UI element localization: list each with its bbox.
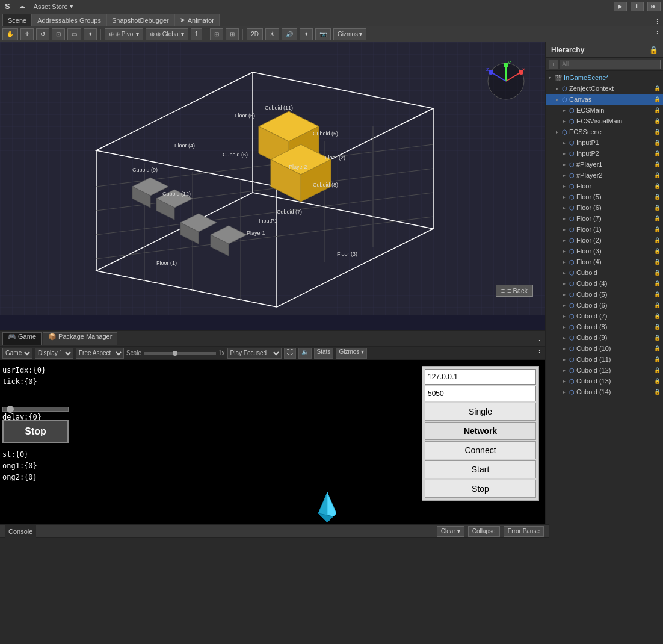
game-tabs-more[interactable]: ⋮ xyxy=(536,335,543,342)
pause-button[interactable]: ⏸ xyxy=(631,2,644,11)
stop-game-button[interactable]: Stop xyxy=(2,420,69,443)
play-focused-select[interactable]: Play Focused xyxy=(227,348,282,359)
move-tool[interactable]: ✛ xyxy=(20,28,34,40)
tree-item-9[interactable]: ▸⬡#Player2🔒 xyxy=(546,170,663,181)
tree-item-20[interactable]: ▸⬡Cuboid (5)🔒 xyxy=(546,289,663,300)
scale-tool[interactable]: ⊡ xyxy=(52,28,65,40)
ip-input[interactable] xyxy=(425,369,536,385)
tree-item-28[interactable]: ▸⬡Cuboid (13)🔒 xyxy=(546,376,663,386)
light-btn[interactable]: ☀ xyxy=(265,28,279,40)
connect-button[interactable]: Connect xyxy=(425,441,536,459)
tree-item-1[interactable]: ▸⬡ZenjectContext🔒 xyxy=(546,83,663,94)
tree-item-14[interactable]: ▸⬡Floor (1)🔒 xyxy=(546,224,663,235)
svg-text:Cuboid (5): Cuboid (5) xyxy=(313,131,338,137)
tree-item-6[interactable]: ▸⬡InputP1🔒 xyxy=(546,137,663,148)
svg-text:Cuboid (12): Cuboid (12) xyxy=(162,191,191,197)
maximize-btn[interactable]: ⛶ xyxy=(284,348,296,359)
tree-item-label: ZenjectContext xyxy=(569,85,614,92)
scale-track[interactable] xyxy=(144,352,216,355)
scene-cam-btn[interactable]: 📷 xyxy=(315,28,331,40)
audio-btn[interactable]: 🔊 xyxy=(282,28,297,40)
toolbar-menu-btn[interactable]: ⋮ xyxy=(654,18,661,26)
number-field[interactable]: 1 xyxy=(191,28,203,40)
tree-arrow: ▸ xyxy=(563,314,569,319)
tree-item-24[interactable]: ▸⬡Cuboid (9)🔒 xyxy=(546,332,663,343)
play-button[interactable]: ▶ xyxy=(614,2,627,11)
stats-btn[interactable]: Stats xyxy=(314,348,334,359)
tree-item-18[interactable]: ▸⬡Cuboid🔒 xyxy=(546,267,663,278)
gizmos-btn[interactable]: Gizmos▾ xyxy=(333,28,366,40)
tree-item-8[interactable]: ▸⬡#Player1🔒 xyxy=(546,159,663,170)
console-tab[interactable]: Console xyxy=(5,525,36,538)
tree-item-7[interactable]: ▸⬡InputP2🔒 xyxy=(546,148,663,159)
hierarchy-search[interactable] xyxy=(560,60,661,69)
layers-btn[interactable]: ⊞ xyxy=(210,28,223,40)
animator-tab[interactable]: ➤ Animator xyxy=(174,14,220,26)
tree-item-25[interactable]: ▸⬡Cuboid (10)🔒 xyxy=(546,343,663,354)
scene-back-btn[interactable]: ≡ ≡ Back xyxy=(496,285,533,297)
tree-item-10[interactable]: ▸⬡Floor🔒 xyxy=(546,181,663,191)
rotate-tool[interactable]: ↺ xyxy=(36,28,49,40)
scene-canvas[interactable]: Cuboid (11) Cuboid (5) Floor (2) Floor (… xyxy=(0,42,545,315)
cloud-btn[interactable]: ☁ xyxy=(16,2,28,10)
hierarchy-lock-btn[interactable]: 🔒 xyxy=(649,46,658,54)
pivot-btn[interactable]: ⊕ ⊕ Pivot ▾ xyxy=(105,28,143,40)
delay-slider[interactable] xyxy=(2,407,69,412)
package-manager-tab[interactable]: 📦 Package Manager xyxy=(43,332,117,345)
display-select[interactable]: Display 1 xyxy=(35,348,73,359)
error-pause-btn[interactable]: Error Pause xyxy=(504,526,544,537)
game-select[interactable]: Game xyxy=(2,348,32,359)
unity-logo[interactable]: S xyxy=(2,2,13,11)
single-button[interactable]: Single xyxy=(425,403,536,421)
tree-item-13[interactable]: ▸⬡Floor (7)🔒 xyxy=(546,213,663,224)
snapshot-tab[interactable]: SnapshotDebugger xyxy=(106,14,174,26)
grid-icon: ⊞ xyxy=(230,31,235,37)
tree-lock-icon: 🔒 xyxy=(654,259,661,265)
gizmos-game-btn[interactable]: Gizmos ▾ xyxy=(336,348,367,359)
twod-btn[interactable]: 2D xyxy=(247,28,263,40)
collapse-btn[interactable]: Collapse xyxy=(468,526,500,537)
tree-item-label: Floor (6) xyxy=(576,204,602,211)
scene-tab[interactable]: Scene xyxy=(2,14,32,26)
tree-item-19[interactable]: ▸⬡Cuboid (4)🔒 xyxy=(546,278,663,289)
stop-network-button[interactable]: Stop xyxy=(425,480,536,498)
port-input[interactable] xyxy=(425,386,536,401)
tree-item-27[interactable]: ▸⬡Cuboid (12)🔒 xyxy=(546,365,663,376)
addressables-tab[interactable]: Addressables Groups xyxy=(32,14,106,26)
game-tab[interactable]: 🎮 Game xyxy=(2,332,42,345)
network-button[interactable]: Network xyxy=(425,422,536,440)
hand-tool[interactable]: ✋ xyxy=(2,28,18,40)
asset-store-btn[interactable]: Asset Store ▾ xyxy=(31,2,76,10)
start-button[interactable]: Start xyxy=(425,460,536,478)
mute-btn[interactable]: 🔈 xyxy=(298,348,312,359)
tree-item-4[interactable]: ▸⬡ECSVisualMain🔒 xyxy=(546,116,663,126)
gizmo-widget[interactable]: X Y Z xyxy=(485,60,527,102)
tree-item-21[interactable]: ▸⬡Cuboid (6)🔒 xyxy=(546,300,663,311)
tree-item-5[interactable]: ▸⬡ECSScene🔒 xyxy=(546,126,663,137)
rect-tool[interactable]: ▭ xyxy=(67,28,81,40)
global-btn[interactable]: ⊕ ⊕ Global ▾ xyxy=(146,28,188,40)
tree-item-16[interactable]: ▸⬡Floor (3)🔒 xyxy=(546,246,663,256)
tree-item-29[interactable]: ▸⬡Cuboid (14)🔒 xyxy=(546,386,663,397)
gizmos-chevron: ▾ xyxy=(359,31,362,37)
toolbar-more[interactable]: ⋮ xyxy=(654,30,661,38)
transform-tool[interactable]: ✦ xyxy=(84,28,97,40)
tree-item-17[interactable]: ▸⬡Floor (4)🔒 xyxy=(546,256,663,267)
tree-item-3[interactable]: ▸⬡ECSMain🔒 xyxy=(546,105,663,116)
fx-btn[interactable]: ✦ xyxy=(300,28,313,40)
grid-btn[interactable]: ⊞ xyxy=(226,28,239,40)
tree-item-0[interactable]: ▾🎬InGameScene* xyxy=(546,72,663,83)
tree-item-26[interactable]: ▸⬡Cuboid (11)🔒 xyxy=(546,354,663,365)
hierarchy-add-btn[interactable]: + xyxy=(549,60,558,69)
tree-item-23[interactable]: ▸⬡Cuboid (8)🔒 xyxy=(546,321,663,332)
tree-item-15[interactable]: ▸⬡Floor (2)🔒 xyxy=(546,235,663,246)
tree-item-11[interactable]: ▸⬡Floor (5)🔒 xyxy=(546,191,663,202)
tree-item-22[interactable]: ▸⬡Cuboid (7)🔒 xyxy=(546,311,663,321)
aspect-select[interactable]: Free Aspect xyxy=(76,348,124,359)
rect-icon: ▭ xyxy=(72,31,77,37)
tree-item-12[interactable]: ▸⬡Floor (6)🔒 xyxy=(546,202,663,213)
game-more-btn[interactable]: ⋮ xyxy=(536,349,543,357)
clear-btn[interactable]: Clear ▾ xyxy=(437,526,464,537)
tree-item-2[interactable]: ▸⬡Canvas🔒 xyxy=(546,94,663,105)
step-button[interactable]: ⏭ xyxy=(647,2,661,11)
